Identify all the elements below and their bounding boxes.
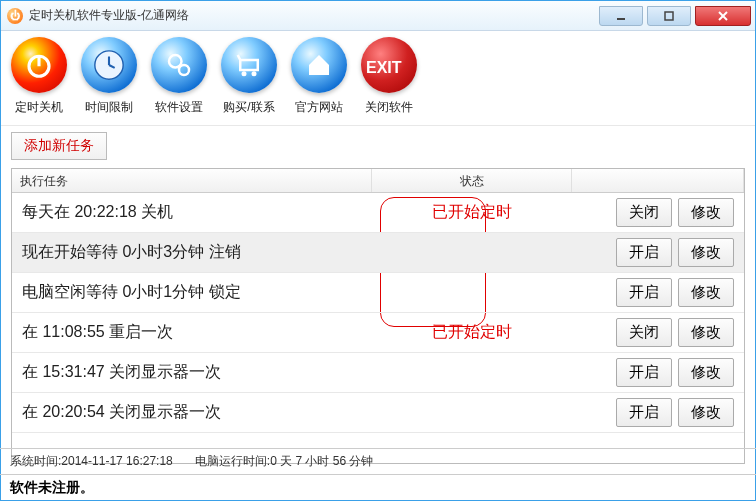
main-toolbar: 定时关机时间限制软件设置购买/联系官方网站EXIT关闭软件: [1, 31, 755, 126]
power-icon: [11, 37, 67, 93]
register-status: 软件未注册。: [0, 475, 756, 501]
svg-point-13: [252, 71, 257, 76]
svg-point-12: [242, 71, 247, 76]
toggle-button[interactable]: 开启: [616, 398, 672, 427]
edit-button[interactable]: 修改: [678, 278, 734, 307]
task-text: 在 11:08:55 重启一次: [12, 322, 372, 343]
minimize-button[interactable]: [599, 6, 643, 26]
toggle-button[interactable]: 关闭: [616, 318, 672, 347]
toggle-button[interactable]: 开启: [616, 238, 672, 267]
task-status: 已开始定时: [372, 322, 572, 343]
task-actions: 开启修改: [572, 398, 744, 427]
cart-icon: [221, 37, 277, 93]
task-text: 在 20:20:54 关闭显示器一次: [12, 402, 372, 423]
tool-timelimit[interactable]: 时间限制: [81, 37, 137, 125]
status-bar: 系统时间:2014-11-17 16:27:18 电脑运行时间:0 天 7 小时…: [0, 448, 756, 501]
tool-label: 购买/联系: [223, 99, 274, 116]
tool-exit[interactable]: EXIT关闭软件: [361, 37, 417, 125]
col-header-task: 执行任务: [12, 169, 372, 192]
tool-settings[interactable]: 软件设置: [151, 37, 207, 125]
edit-button[interactable]: 修改: [678, 398, 734, 427]
svg-rect-1: [665, 12, 673, 20]
task-actions: 开启修改: [572, 278, 744, 307]
toggle-button[interactable]: 开启: [616, 358, 672, 387]
tool-shutdown[interactable]: 定时关机: [11, 37, 67, 125]
task-row[interactable]: 现在开始等待 0小时3分钟 注销开启修改: [12, 233, 744, 273]
task-actions: 关闭修改: [572, 318, 744, 347]
svg-line-14: [238, 55, 241, 60]
svg-point-10: [179, 65, 189, 75]
maximize-button[interactable]: [647, 6, 691, 26]
task-text: 在 15:31:47 关闭显示器一次: [12, 362, 372, 383]
task-text: 电脑空闲等待 0小时1分钟 锁定: [12, 282, 372, 303]
task-text: 现在开始等待 0小时3分钟 注销: [12, 242, 372, 263]
task-actions: 开启修改: [572, 238, 744, 267]
toggle-button[interactable]: 关闭: [616, 198, 672, 227]
task-text: 每天在 20:22:18 关机: [12, 202, 372, 223]
tool-label: 官方网站: [295, 99, 343, 116]
task-row[interactable]: 电脑空闲等待 0小时1分钟 锁定开启修改: [12, 273, 744, 313]
edit-button[interactable]: 修改: [678, 318, 734, 347]
clock-icon: [81, 37, 137, 93]
edit-button[interactable]: 修改: [678, 358, 734, 387]
task-row[interactable]: 在 15:31:47 关闭显示器一次开启修改: [12, 353, 744, 393]
tool-label: 定时关机: [15, 99, 63, 116]
uptime-text: 电脑运行时间:0 天 7 小时 56 分钟: [195, 453, 374, 470]
exit-icon: EXIT: [361, 37, 417, 93]
svg-text:EXIT: EXIT: [366, 59, 402, 76]
title-bar: ⏻ 定时关机软件专业版-亿通网络: [1, 1, 755, 31]
tool-website[interactable]: 官方网站: [291, 37, 347, 125]
col-header-actions: [572, 169, 744, 192]
task-row[interactable]: 每天在 20:22:18 关机已开始定时关闭修改: [12, 193, 744, 233]
window-controls: [599, 6, 755, 26]
toggle-button[interactable]: 开启: [616, 278, 672, 307]
task-row[interactable]: 在 20:20:54 关闭显示器一次开启修改: [12, 393, 744, 433]
task-status: 已开始定时: [372, 202, 572, 223]
window-title: 定时关机软件专业版-亿通网络: [29, 7, 189, 24]
add-task-row: 添加新任务: [1, 126, 755, 166]
task-list-header: 执行任务 状态: [12, 169, 744, 193]
task-rows: 每天在 20:22:18 关机已开始定时关闭修改现在开始等待 0小时3分钟 注销…: [12, 193, 744, 433]
task-actions: 关闭修改: [572, 198, 744, 227]
tool-label: 软件设置: [155, 99, 203, 116]
edit-button[interactable]: 修改: [678, 198, 734, 227]
task-row[interactable]: 在 11:08:55 重启一次已开始定时关闭修改: [12, 313, 744, 353]
edit-button[interactable]: 修改: [678, 238, 734, 267]
close-button[interactable]: [695, 6, 751, 26]
tool-label: 关闭软件: [365, 99, 413, 116]
home-icon: [291, 37, 347, 93]
svg-rect-11: [240, 60, 258, 70]
tool-label: 时间限制: [85, 99, 133, 116]
tool-buy[interactable]: 购买/联系: [221, 37, 277, 125]
add-task-button[interactable]: 添加新任务: [11, 132, 107, 160]
task-list-panel: 执行任务 状态 每天在 20:22:18 关机已开始定时关闭修改现在开始等待 0…: [11, 168, 745, 464]
task-actions: 开启修改: [572, 358, 744, 387]
gears-icon: [151, 37, 207, 93]
col-header-status: 状态: [372, 169, 572, 192]
app-icon: ⏻: [7, 8, 23, 24]
systime-text: 系统时间:2014-11-17 16:27:18: [10, 453, 173, 470]
